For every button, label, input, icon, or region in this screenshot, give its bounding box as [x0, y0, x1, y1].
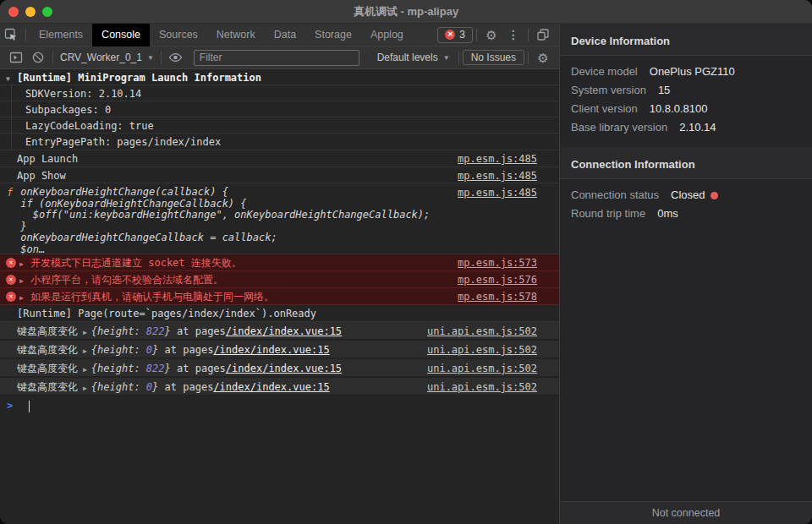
object-preview: {height:: [91, 325, 146, 337]
log-group-item: SDKVersion: 2.10.14: [0, 85, 559, 101]
file-link[interactable]: /index/index.vue:15: [226, 363, 342, 374]
clear-console-button[interactable]: [27, 46, 49, 68]
source-link[interactable]: mp.esm.js:485: [446, 187, 537, 199]
info-label: Device model: [571, 65, 638, 78]
tab-data[interactable]: Data: [265, 24, 305, 46]
source-link[interactable]: uni.api.esm.js:502: [415, 363, 537, 374]
device-information-header: Device Information: [560, 24, 812, 56]
error-count-badge[interactable]: ✕ 3: [437, 27, 473, 43]
log-text: LazyCodeLoading: true: [25, 120, 154, 132]
console-filter-input[interactable]: [194, 50, 359, 66]
console-settings-button[interactable]: ⚙: [532, 46, 554, 68]
source-link[interactable]: uni.api.esm.js:502: [415, 381, 537, 393]
console-sidebar-toggle-button[interactable]: [5, 46, 27, 68]
at-text: at pages: [171, 363, 226, 374]
collapse-triangle-icon[interactable]: ▼: [6, 74, 10, 85]
log-row: [Runtime] Page(route=`pages/index/index`…: [0, 305, 559, 322]
inspect-element-button[interactable]: [0, 24, 22, 46]
source-link[interactable]: mp.esm.js:485: [446, 170, 537, 182]
source-link[interactable]: mp.esm.js:576: [446, 274, 537, 286]
error-circle-icon: ✕: [6, 292, 16, 302]
info-value: 0ms: [657, 207, 678, 220]
file-link[interactable]: /index/index.vue:15: [213, 344, 329, 356]
tab-elements[interactable]: Elements: [30, 24, 92, 46]
log-text: EntryPagePath: pages/index/index: [25, 136, 221, 148]
expand-triangle-icon[interactable]: ▶: [83, 364, 87, 376]
info-value: 2.10.14: [679, 121, 716, 134]
log-label: 键盘高度变化: [17, 325, 78, 337]
source-link[interactable]: mp.esm.js:578: [446, 291, 537, 303]
separator: [476, 29, 477, 41]
levels-label: Default levels: [377, 52, 438, 63]
execution-context-selector[interactable]: CRV_Worker_0_1 ▼: [57, 52, 157, 63]
close-button[interactable]: [8, 7, 19, 17]
object-preview: }: [165, 325, 171, 337]
expand-triangle-icon[interactable]: ▶: [19, 259, 24, 270]
info-row: Client version10.8.0.8100: [571, 100, 801, 118]
error-circle-icon: ✕: [6, 275, 16, 285]
clear-circle-slash-icon: [31, 51, 45, 64]
more-options-button[interactable]: ⋮: [502, 24, 524, 46]
log-label: 键盘高度变化: [17, 363, 78, 374]
minimize-button[interactable]: [25, 7, 36, 17]
live-expression-button[interactable]: [165, 46, 187, 68]
function-f-icon: f: [7, 187, 13, 199]
log-group-item: EntryPagePath: pages/index/index: [0, 134, 559, 150]
expand-triangle-icon[interactable]: ▶: [83, 346, 87, 358]
keyboard-log-row: 键盘高度变化 ▶ {height: 822} at pages/index/in…: [0, 359, 559, 378]
object-preview: }: [165, 363, 171, 374]
function-log-row: f onKeyboardHeightChange(callback) { if …: [0, 183, 559, 254]
error-text: 小程序平台，请勾选不校验合法域名配置。: [30, 274, 223, 286]
issues-button[interactable]: No Issues: [463, 50, 524, 65]
tab-console[interactable]: Console: [92, 24, 150, 46]
file-link[interactable]: /index/index.vue:15: [213, 381, 329, 393]
file-link[interactable]: /index/index.vue:15: [226, 325, 342, 337]
connection-information-body: Connection statusClosed Round trip time0…: [560, 179, 812, 233]
log-label: 键盘高度变化: [17, 381, 78, 393]
settings-button[interactable]: ⚙: [480, 24, 502, 46]
tab-storage[interactable]: Storage: [305, 24, 361, 46]
eye-icon: [168, 51, 183, 64]
tab-sources[interactable]: Sources: [150, 24, 207, 46]
error-text: 如果是运行到真机，请确认手机与电脑处于同一网络。: [30, 291, 274, 303]
error-count: 3: [459, 29, 465, 41]
source-link[interactable]: uni.api.esm.js:502: [415, 325, 537, 337]
object-preview: {height:: [91, 344, 146, 356]
expand-triangle-icon[interactable]: ▶: [83, 383, 87, 395]
source-link[interactable]: uni.api.esm.js:502: [415, 344, 537, 356]
tab-applog[interactable]: Applog: [361, 24, 413, 46]
keyboard-log-row: 键盘高度变化 ▶ {height: 0} at pages/index/inde…: [0, 341, 559, 359]
source-link[interactable]: mp.esm.js:485: [446, 153, 537, 165]
expand-triangle-icon[interactable]: ▶: [19, 292, 24, 304]
console-prompt[interactable]: >: [0, 396, 559, 414]
dock-side-button[interactable]: [532, 24, 554, 46]
separator: [161, 52, 162, 64]
console-toolbar: CRV_Worker_0_1 ▼ Default levels ▼: [0, 46, 559, 69]
log-text: SDKVersion: 2.10.14: [25, 88, 141, 100]
source-link[interactable]: mp.esm.js:573: [446, 257, 537, 269]
error-log-row: ✕ ▶ 小程序平台，请勾选不校验合法域名配置。 mp.esm.js:576: [0, 271, 559, 288]
log-text: App Launch: [17, 153, 78, 165]
error-circle-icon: ✕: [445, 30, 455, 40]
info-value: 15: [658, 84, 670, 96]
info-label: Client version: [571, 102, 638, 115]
error-log-row: ✕ ▶ 开发模式下日志通道建立 socket 连接失败。 mp.esm.js:5…: [0, 254, 559, 271]
expand-triangle-icon[interactable]: ▶: [83, 327, 87, 339]
info-value: Closed: [671, 188, 705, 201]
info-row: System version15: [571, 81, 801, 100]
object-preview: {height:: [91, 363, 146, 374]
tab-network[interactable]: Network: [207, 24, 265, 46]
zoom-button[interactable]: [42, 7, 52, 17]
height-value: 822: [146, 325, 165, 337]
log-row: App Launch mp.esm.js:485: [0, 150, 559, 167]
log-group-header: ▼ [Runtime] MiniProgram Launch Informati…: [0, 69, 559, 85]
error-log-row: ✕ ▶ 如果是运行到真机，请确认手机与电脑处于同一网络。 mp.esm.js:5…: [0, 288, 559, 305]
expand-triangle-icon[interactable]: ▶: [19, 276, 24, 287]
gear-icon: ⚙: [486, 29, 497, 41]
log-text: App Show: [17, 170, 66, 182]
log-levels-dropdown[interactable]: Default levels ▼: [372, 52, 455, 63]
separator: [25, 29, 26, 41]
info-row: Base library version2.10.14: [571, 118, 801, 137]
object-preview: }: [152, 381, 158, 393]
dock-window-icon: [536, 28, 550, 41]
